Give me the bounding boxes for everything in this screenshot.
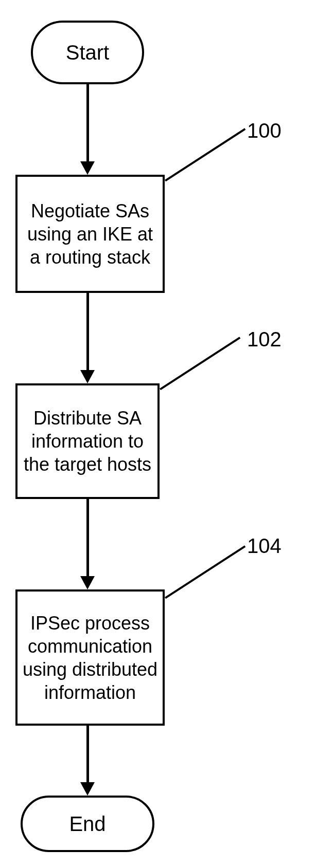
terminator-start: Start bbox=[31, 21, 144, 84]
arrow-102-to-104 bbox=[86, 499, 89, 576]
arrowhead-start-to-100 bbox=[80, 161, 95, 175]
arrowhead-104-to-end bbox=[80, 782, 95, 796]
leader-100 bbox=[165, 128, 245, 181]
arrow-104-to-end bbox=[86, 726, 89, 782]
process-step-102: Distribute SA information to the target … bbox=[15, 383, 160, 499]
arrowhead-102-to-104 bbox=[80, 576, 95, 589]
terminator-end: End bbox=[21, 796, 154, 852]
arrowhead-100-to-102 bbox=[80, 370, 95, 383]
ref-label-104: 104 bbox=[247, 534, 282, 558]
arrow-100-to-102 bbox=[86, 293, 89, 370]
process-step-104: IPSec process communication using distri… bbox=[15, 589, 165, 726]
leader-102 bbox=[160, 337, 240, 390]
arrow-start-to-100 bbox=[86, 84, 89, 161]
ref-label-100: 100 bbox=[247, 119, 282, 142]
process-step-100: Negotiate SAs using an IKE at a routing … bbox=[15, 175, 165, 293]
leader-104 bbox=[165, 545, 245, 599]
ref-label-102: 102 bbox=[247, 328, 282, 351]
